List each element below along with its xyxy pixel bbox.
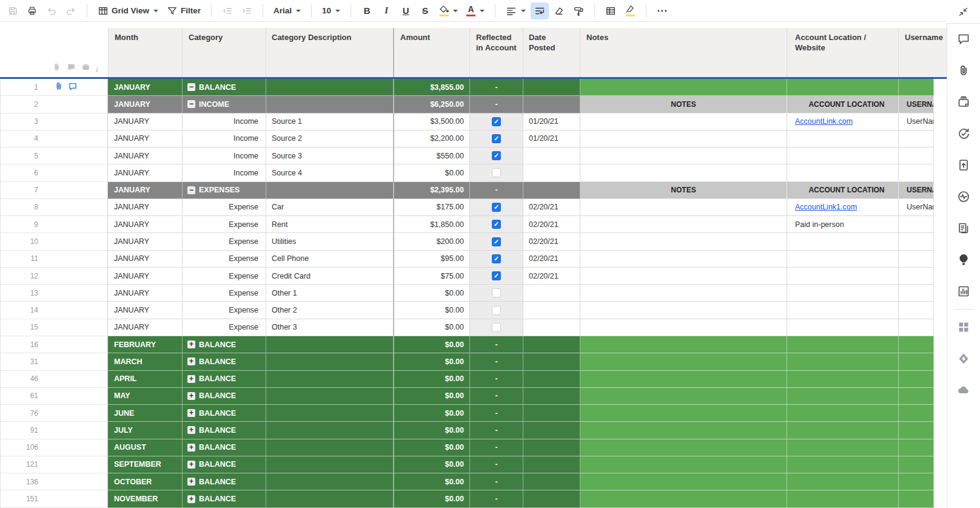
cell-month[interactable]: JANUARY — [108, 182, 183, 199]
cell-amount[interactable]: $0.00 — [394, 405, 470, 422]
cell-reflected-in-account[interactable]: - — [470, 405, 523, 422]
cell-reflected-in-account[interactable]: - — [470, 79, 523, 96]
collapse-toggle-icon[interactable]: − — [187, 186, 195, 194]
cell-account-location[interactable] — [787, 302, 899, 319]
cell-username[interactable] — [899, 130, 934, 147]
cell-category[interactable]: Expense — [183, 285, 266, 302]
cell-reflected-in-account[interactable]: - — [470, 371, 523, 388]
cell-amount[interactable]: $75.00 — [394, 268, 470, 285]
row-header[interactable]: 12 — [0, 268, 108, 285]
cell-account-location[interactable]: ACCOUNT LOCATION — [787, 182, 899, 199]
outdent-button[interactable] — [218, 2, 237, 19]
checkbox-unchecked[interactable] — [492, 168, 501, 177]
cell-description[interactable] — [266, 79, 394, 96]
row-header[interactable]: 46 — [0, 371, 108, 388]
cell-account-location[interactable] — [787, 336, 899, 353]
row-header[interactable]: 1 — [0, 79, 108, 96]
cell-description[interactable] — [266, 336, 394, 353]
cell-username[interactable] — [899, 302, 934, 319]
expand-toggle-icon[interactable]: + — [187, 495, 195, 503]
cell-reflected-in-account[interactable]: ✓ — [470, 268, 523, 285]
checkbox-checked[interactable]: ✓ — [492, 117, 501, 126]
cell-account-location[interactable]: ACCOUNT LOCATION — [787, 96, 899, 113]
cell-date-posted[interactable] — [523, 319, 580, 336]
cell-notes[interactable] — [580, 216, 787, 233]
cell-category[interactable]: +BALANCE — [183, 371, 266, 388]
row-header[interactable]: 14 — [0, 302, 108, 319]
indent-button[interactable] — [238, 2, 256, 19]
cell-reflected-in-account[interactable]: - — [470, 182, 523, 199]
cell-notes[interactable] — [580, 405, 787, 422]
cell-description[interactable] — [266, 353, 394, 370]
cell-reflected-in-account[interactable]: - — [470, 353, 523, 370]
cell-month[interactable]: SEPTEMBER — [108, 456, 183, 473]
cell-category[interactable]: Expense — [183, 302, 266, 319]
cell-month[interactable]: JANUARY — [108, 319, 183, 336]
font-color-button[interactable]: A — [463, 2, 488, 19]
cell-notes[interactable] — [580, 371, 787, 388]
column-header-notes[interactable]: Notes — [580, 28, 787, 77]
cell-username[interactable] — [899, 233, 934, 250]
cell-category[interactable]: Expense — [183, 199, 266, 216]
row-comment-icon[interactable] — [68, 81, 78, 93]
column-header-month[interactable]: Month — [108, 28, 183, 77]
cell-description[interactable]: Credit Card — [266, 268, 394, 285]
collapse-panel-icon[interactable] — [958, 7, 968, 17]
cell-category[interactable]: Expense — [183, 319, 266, 336]
column-header-reflected[interactable]: Reflected in Account — [470, 28, 523, 77]
cell-month[interactable]: JANUARY — [108, 79, 183, 96]
cell-username[interactable]: USERNAME — [899, 96, 934, 113]
cell-date-posted[interactable] — [523, 422, 580, 439]
cell-reflected-in-account[interactable]: ✓ — [470, 199, 523, 216]
cell-reflected-in-account[interactable]: - — [470, 439, 523, 456]
cell-notes[interactable]: NOTES — [580, 182, 787, 199]
checkbox-checked[interactable]: ✓ — [492, 203, 501, 212]
cell-amount[interactable]: $0.00 — [394, 371, 470, 388]
cell-username[interactable]: UserName — [899, 113, 934, 130]
activity-log-icon[interactable] — [957, 190, 970, 203]
expand-toggle-icon[interactable]: + — [187, 461, 195, 469]
underline-button[interactable]: U — [397, 2, 415, 19]
cell-month[interactable]: APRIL — [108, 371, 183, 388]
sheet-charts-icon[interactable] — [957, 285, 970, 298]
font-size-select[interactable]: 10 — [318, 2, 344, 19]
cell-amount[interactable]: $0.00 — [394, 285, 470, 302]
cell-description[interactable] — [266, 388, 394, 405]
cell-account-location[interactable] — [787, 319, 899, 336]
cell-description[interactable] — [266, 490, 394, 507]
cell-date-posted[interactable] — [523, 79, 580, 96]
publish-icon[interactable] — [957, 158, 970, 172]
cell-account-location[interactable] — [787, 285, 899, 302]
cell-reflected-in-account[interactable]: ✓ — [470, 130, 523, 147]
cell-description[interactable]: Other 3 — [266, 319, 394, 336]
cell-date-posted[interactable]: 01/20/21 — [523, 130, 580, 147]
cell-amount[interactable]: $0.00 — [394, 164, 470, 181]
cell-amount[interactable]: $6,250.00 — [394, 96, 470, 113]
filter-button[interactable]: Filter — [163, 2, 204, 19]
highlight-button[interactable] — [621, 2, 639, 19]
cell-amount[interactable]: $2,395.00 — [394, 182, 470, 199]
checkbox-unchecked[interactable] — [492, 306, 501, 315]
cell-month[interactable]: OCTOBER — [108, 473, 183, 490]
cell-notes[interactable] — [580, 251, 787, 268]
cell-reflected-in-account[interactable]: - — [470, 96, 523, 113]
cell-username[interactable] — [899, 319, 934, 336]
cell-date-posted[interactable]: 02/20/21 — [523, 233, 580, 250]
cell-notes[interactable] — [580, 285, 787, 302]
cell-amount[interactable]: $550.00 — [394, 147, 470, 164]
cell-username[interactable]: UserName — [899, 199, 934, 216]
cell-username[interactable] — [899, 388, 934, 405]
attachment-column-icon[interactable] — [52, 63, 61, 74]
cell-account-location[interactable] — [787, 164, 899, 181]
cell-date-posted[interactable] — [523, 285, 580, 302]
cell-reflected-in-account[interactable] — [470, 164, 523, 181]
cell-description[interactable]: Source 4 — [266, 164, 394, 181]
cell-category[interactable]: +BALANCE — [183, 336, 266, 353]
cell-username[interactable] — [899, 456, 934, 473]
cell-date-posted[interactable]: 02/20/21 — [523, 199, 580, 216]
column-header-description[interactable]: Category Description — [266, 28, 394, 77]
expand-toggle-icon[interactable]: + — [187, 375, 195, 383]
collapse-toggle-icon[interactable]: − — [187, 100, 195, 108]
cell-username[interactable] — [899, 439, 934, 456]
cell-username[interactable] — [899, 336, 934, 353]
